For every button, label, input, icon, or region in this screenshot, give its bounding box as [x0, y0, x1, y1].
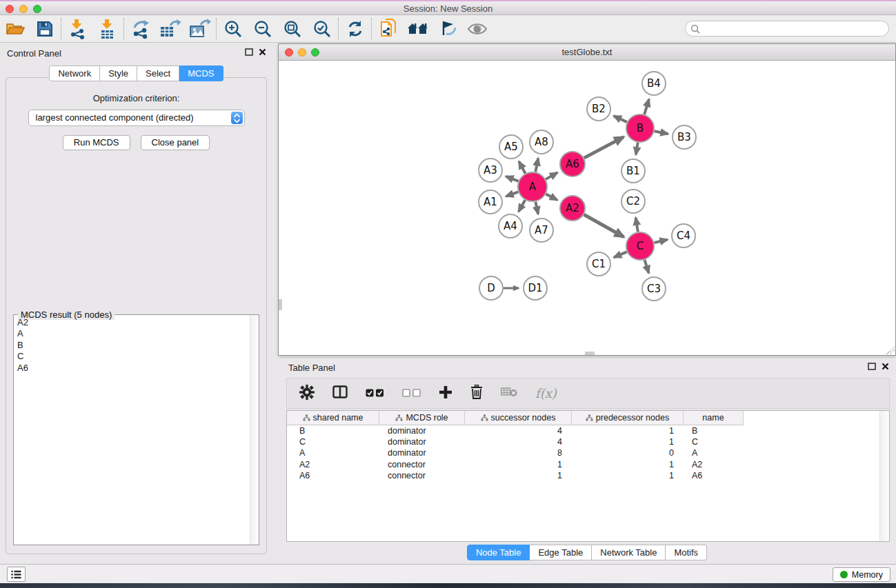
hide-button[interactable] [462, 17, 492, 41]
graph-node-B3[interactable]: B3 [673, 125, 696, 149]
tab-node-table[interactable]: Node Table [467, 545, 530, 560]
graph-node-A5[interactable]: A5 [499, 135, 523, 159]
network-canvas[interactable]: B4B2BB3A8A5A6A3B1AA1C2A2A4A7C4CC1C3DD1 [279, 61, 895, 355]
svg-text:C1: C1 [592, 258, 606, 270]
home-button[interactable] [403, 17, 432, 41]
search-input[interactable] [685, 21, 889, 37]
tab-network-table[interactable]: Network Table [592, 545, 666, 560]
svg-text:A1: A1 [484, 196, 497, 208]
graph-node-A2[interactable]: A2 [560, 196, 585, 221]
table-settings-button[interactable] [299, 385, 315, 403]
zoom-fit-icon [283, 19, 302, 39]
graph-node-C[interactable]: C [626, 232, 654, 260]
result-item[interactable]: B [14, 340, 249, 351]
select-all-button[interactable] [366, 387, 384, 400]
table-cell: 4 [465, 425, 572, 436]
graph-node-A6[interactable]: A6 [560, 152, 585, 176]
delete-column-button[interactable] [470, 385, 483, 402]
zoom-in-button[interactable] [218, 17, 248, 41]
mcds-result-list[interactable]: A2ABCA6 [14, 317, 249, 544]
run-mcds-button[interactable]: Run MCDS [63, 135, 130, 150]
graph-node-D[interactable]: D [479, 276, 503, 300]
show-column-button[interactable] [332, 385, 348, 401]
column-header-shared-name[interactable]: shared name [287, 411, 379, 425]
graph-node-A8[interactable]: A8 [530, 130, 553, 154]
column-header-predecessor-nodes[interactable]: predecessor nodes [572, 411, 684, 425]
import-network-button[interactable] [63, 17, 92, 41]
table-row[interactable]: A2connector11A2 [287, 459, 889, 470]
graph-node-B[interactable]: B [626, 114, 654, 142]
refresh-button[interactable] [340, 17, 370, 41]
graph-node-A4[interactable]: A4 [499, 214, 522, 238]
graph-node-C2[interactable]: C2 [621, 190, 645, 213]
table-row[interactable]: Bdominator41B [287, 425, 889, 436]
graph-node-C1[interactable]: C1 [587, 252, 610, 276]
zoom-fit-button[interactable] [277, 17, 307, 41]
save-icon [36, 20, 54, 38]
graph-node-A3[interactable]: A3 [479, 159, 502, 182]
result-item[interactable]: A [14, 328, 249, 339]
import-table-button[interactable] [92, 17, 122, 41]
table-row[interactable]: A6connector11A6 [287, 470, 889, 481]
memory-button[interactable]: Memory [833, 567, 890, 582]
table-panel-title: Table Panel [288, 363, 335, 373]
graph-node-C4[interactable]: C4 [672, 224, 695, 247]
table-row[interactable]: Cdominator41C [287, 436, 889, 447]
deselect-all-button[interactable] [402, 387, 421, 400]
zoom-out-button[interactable] [248, 17, 277, 41]
column-header-name[interactable]: name [684, 411, 744, 425]
save-session-button[interactable] [30, 17, 59, 41]
table-cell: dominator [379, 436, 465, 447]
export-table-button[interactable] [155, 17, 185, 41]
tab-network[interactable]: Network [49, 65, 100, 81]
checked-boxes-icon [366, 389, 384, 397]
column-header-MCDS-role[interactable]: MCDS role [379, 411, 465, 425]
graph-node-B2[interactable]: B2 [587, 97, 610, 121]
table-cell: C [287, 436, 379, 447]
graph-node-A7[interactable]: A7 [530, 219, 553, 242]
float-panel-icon[interactable] [868, 363, 876, 370]
task-history-button[interactable] [7, 567, 26, 582]
tab-mcds[interactable]: MCDS [179, 65, 223, 81]
graph-node-D1[interactable]: D1 [524, 276, 547, 300]
canvas-scroll-nub-left[interactable] [279, 299, 282, 310]
column-header-successor-nodes[interactable]: successor nodes [465, 411, 572, 425]
delete-table-button[interactable] [501, 387, 517, 400]
canvas-scroll-nub-bottom[interactable] [585, 352, 595, 355]
resize-grip[interactable] [886, 346, 895, 354]
result-scrollbar[interactable] [250, 315, 259, 545]
result-item[interactable]: A2 [14, 317, 249, 328]
open-session-button[interactable] [0, 17, 30, 41]
table-cell: 1 [572, 436, 684, 447]
graph-node-C3[interactable]: C3 [642, 277, 666, 301]
network-window-titlebar[interactable]: testGlobe.txt [279, 44, 895, 61]
graph-node-B1[interactable]: B1 [621, 159, 645, 183]
tab-edge-table[interactable]: Edge Table [530, 545, 592, 560]
export-image-button[interactable] [185, 17, 215, 41]
result-item[interactable]: A6 [14, 363, 249, 374]
tab-select[interactable]: Select [137, 65, 179, 81]
table-row[interactable]: Adominator80A [287, 447, 889, 458]
svg-text:D1: D1 [528, 282, 542, 294]
edge-B-B4 [644, 99, 649, 114]
export-network-button[interactable] [126, 17, 155, 41]
column-type-icon [395, 414, 403, 421]
float-panel-icon[interactable] [245, 48, 253, 56]
control-panel-tabs: NetworkStyleSelectMCDS [0, 65, 272, 81]
result-item[interactable]: C [14, 351, 249, 362]
tab-motifs[interactable]: Motifs [666, 545, 707, 560]
close-panel-icon[interactable] [882, 363, 889, 370]
close-panel-button[interactable]: Close panel [141, 135, 210, 150]
label-button[interactable] [432, 17, 462, 41]
tab-style[interactable]: Style [100, 65, 137, 81]
add-column-button[interactable] [439, 385, 452, 402]
zoom-selected-button[interactable] [307, 17, 337, 41]
graph-node-A[interactable]: A [518, 172, 547, 201]
table-scrollbar[interactable] [879, 411, 889, 541]
close-panel-icon[interactable] [259, 48, 266, 56]
graph-node-B4[interactable]: B4 [642, 72, 666, 95]
graph-node-A1[interactable]: A1 [479, 190, 502, 214]
copy-network-button[interactable] [373, 17, 403, 41]
criterion-select[interactable]: largest connected component (directed) [28, 110, 245, 126]
function-builder-button[interactable]: f(x) [535, 386, 557, 401]
